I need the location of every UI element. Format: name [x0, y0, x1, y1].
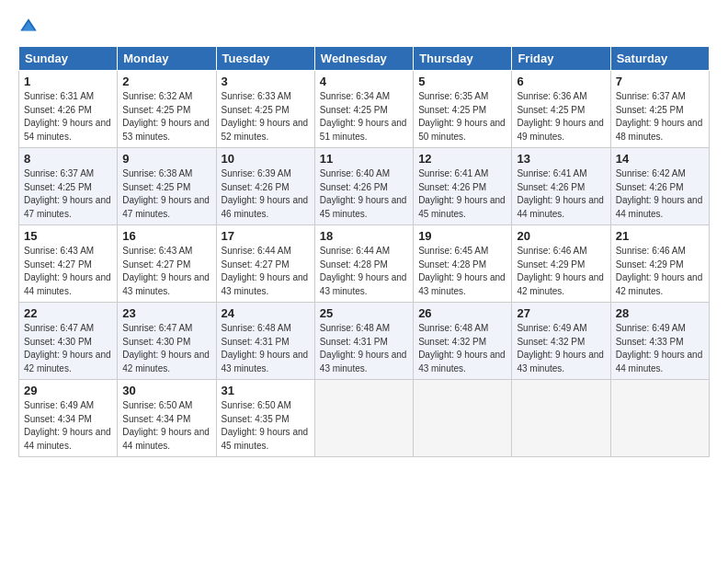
day-cell: 11Sunrise: 6:40 AMSunset: 4:26 PMDayligh…	[314, 148, 413, 225]
day-info: Sunrise: 6:37 AMSunset: 4:25 PMDaylight:…	[24, 167, 112, 221]
day-info: Sunrise: 6:36 AMSunset: 4:25 PMDaylight:…	[517, 90, 605, 144]
day-cell: 10Sunrise: 6:39 AMSunset: 4:26 PMDayligh…	[216, 148, 314, 225]
day-number: 21	[616, 229, 704, 243]
day-info: Sunrise: 6:43 AMSunset: 4:27 PMDaylight:…	[24, 245, 112, 298]
day-info: Sunrise: 6:32 AMSunset: 4:25 PMDaylight:…	[122, 90, 210, 144]
day-number: 18	[320, 229, 408, 243]
day-cell: 20Sunrise: 6:46 AMSunset: 4:29 PMDayligh…	[512, 225, 610, 303]
weekday-header-thursday: Thursday	[414, 47, 512, 71]
day-info: Sunrise: 6:49 AMSunset: 4:32 PMDaylight:…	[517, 322, 605, 375]
day-cell: 31Sunrise: 6:50 AMSunset: 4:35 PMDayligh…	[216, 380, 314, 457]
day-info: Sunrise: 6:33 AMSunset: 4:25 PMDaylight:…	[222, 90, 310, 144]
day-info: Sunrise: 6:34 AMSunset: 4:25 PMDaylight:…	[320, 90, 408, 144]
day-cell: 14Sunrise: 6:42 AMSunset: 4:26 PMDayligh…	[610, 148, 709, 225]
calendar: SundayMondayTuesdayWednesdayThursdayFrid…	[18, 46, 710, 457]
day-info: Sunrise: 6:31 AMSunset: 4:26 PMDaylight:…	[24, 90, 112, 144]
weekday-header-tuesday: Tuesday	[216, 47, 314, 71]
day-info: Sunrise: 6:48 AMSunset: 4:31 PMDaylight:…	[222, 322, 310, 375]
day-info: Sunrise: 6:43 AMSunset: 4:27 PMDaylight:…	[122, 245, 210, 298]
day-number: 12	[418, 152, 506, 166]
day-cell: 28Sunrise: 6:49 AMSunset: 4:33 PMDayligh…	[610, 303, 709, 380]
day-number: 4	[320, 75, 408, 88]
day-cell: 5Sunrise: 6:35 AMSunset: 4:25 PMDaylight…	[414, 71, 512, 148]
week-row-5: 29Sunrise: 6:49 AMSunset: 4:34 PMDayligh…	[19, 380, 710, 457]
day-number: 10	[222, 152, 310, 166]
logo-icon	[18, 17, 39, 37]
day-number: 17	[222, 229, 310, 243]
day-cell: 30Sunrise: 6:50 AMSunset: 4:34 PMDayligh…	[118, 380, 216, 457]
day-cell: 9Sunrise: 6:38 AMSunset: 4:25 PMDaylight…	[118, 148, 216, 225]
day-number: 20	[517, 229, 605, 243]
day-number: 16	[122, 229, 210, 243]
day-info: Sunrise: 6:49 AMSunset: 4:34 PMDaylight:…	[24, 399, 112, 453]
day-cell: 4Sunrise: 6:34 AMSunset: 4:25 PMDaylight…	[314, 71, 413, 148]
day-info: Sunrise: 6:41 AMSunset: 4:26 PMDaylight:…	[418, 167, 506, 221]
weekday-header-monday: Monday	[118, 47, 216, 71]
day-info: Sunrise: 6:47 AMSunset: 4:30 PMDaylight:…	[122, 322, 210, 375]
day-number: 11	[320, 152, 408, 166]
day-info: Sunrise: 6:35 AMSunset: 4:25 PMDaylight:…	[418, 90, 506, 144]
day-cell: 16Sunrise: 6:43 AMSunset: 4:27 PMDayligh…	[118, 225, 216, 303]
day-number: 22	[24, 306, 112, 320]
day-cell	[414, 380, 512, 457]
day-number: 2	[122, 75, 210, 88]
week-row-3: 15Sunrise: 6:43 AMSunset: 4:27 PMDayligh…	[19, 225, 710, 303]
day-number: 1	[24, 75, 112, 88]
day-info: Sunrise: 6:41 AMSunset: 4:26 PMDaylight:…	[517, 167, 605, 221]
day-cell: 23Sunrise: 6:47 AMSunset: 4:30 PMDayligh…	[118, 303, 216, 380]
day-info: Sunrise: 6:48 AMSunset: 4:32 PMDaylight:…	[418, 322, 506, 375]
day-number: 3	[222, 75, 310, 88]
day-info: Sunrise: 6:49 AMSunset: 4:33 PMDaylight:…	[616, 322, 704, 375]
day-info: Sunrise: 6:42 AMSunset: 4:26 PMDaylight:…	[616, 167, 704, 221]
day-info: Sunrise: 6:44 AMSunset: 4:28 PMDaylight:…	[320, 245, 408, 298]
week-row-1: 1Sunrise: 6:31 AMSunset: 4:26 PMDaylight…	[19, 71, 710, 148]
day-number: 27	[517, 306, 605, 320]
day-cell: 6Sunrise: 6:36 AMSunset: 4:25 PMDaylight…	[512, 71, 610, 148]
day-cell: 17Sunrise: 6:44 AMSunset: 4:27 PMDayligh…	[216, 225, 314, 303]
day-info: Sunrise: 6:46 AMSunset: 4:29 PMDaylight:…	[517, 245, 605, 298]
day-number: 6	[517, 75, 605, 88]
day-info: Sunrise: 6:39 AMSunset: 4:26 PMDaylight:…	[222, 167, 310, 221]
weekday-header-wednesday: Wednesday	[314, 47, 413, 71]
day-cell: 26Sunrise: 6:48 AMSunset: 4:32 PMDayligh…	[414, 303, 512, 380]
day-info: Sunrise: 6:47 AMSunset: 4:30 PMDaylight:…	[24, 322, 112, 375]
day-info: Sunrise: 6:38 AMSunset: 4:25 PMDaylight:…	[122, 167, 210, 221]
day-number: 28	[616, 306, 704, 320]
day-number: 9	[122, 152, 210, 166]
day-number: 19	[418, 229, 506, 243]
day-number: 29	[24, 384, 112, 397]
day-cell: 2Sunrise: 6:32 AMSunset: 4:25 PMDaylight…	[118, 71, 216, 148]
day-cell	[512, 380, 610, 457]
day-cell: 22Sunrise: 6:47 AMSunset: 4:30 PMDayligh…	[19, 303, 118, 380]
day-info: Sunrise: 6:50 AMSunset: 4:34 PMDaylight:…	[122, 399, 210, 453]
day-number: 31	[222, 384, 310, 397]
header	[18, 17, 710, 37]
day-cell: 29Sunrise: 6:49 AMSunset: 4:34 PMDayligh…	[19, 380, 118, 457]
day-cell: 25Sunrise: 6:48 AMSunset: 4:31 PMDayligh…	[314, 303, 413, 380]
day-info: Sunrise: 6:37 AMSunset: 4:25 PMDaylight:…	[616, 90, 704, 144]
day-info: Sunrise: 6:50 AMSunset: 4:35 PMDaylight:…	[222, 399, 310, 453]
day-cell: 8Sunrise: 6:37 AMSunset: 4:25 PMDaylight…	[19, 148, 118, 225]
day-cell: 12Sunrise: 6:41 AMSunset: 4:26 PMDayligh…	[414, 148, 512, 225]
weekday-header-sunday: Sunday	[19, 47, 118, 71]
day-cell: 15Sunrise: 6:43 AMSunset: 4:27 PMDayligh…	[19, 225, 118, 303]
day-info: Sunrise: 6:48 AMSunset: 4:31 PMDaylight:…	[320, 322, 408, 375]
weekday-header-row: SundayMondayTuesdayWednesdayThursdayFrid…	[19, 47, 710, 71]
day-info: Sunrise: 6:45 AMSunset: 4:28 PMDaylight:…	[418, 245, 506, 298]
day-number: 26	[418, 306, 506, 320]
day-cell: 24Sunrise: 6:48 AMSunset: 4:31 PMDayligh…	[216, 303, 314, 380]
week-row-2: 8Sunrise: 6:37 AMSunset: 4:25 PMDaylight…	[19, 148, 710, 225]
day-cell	[610, 380, 709, 457]
day-number: 5	[418, 75, 506, 88]
day-cell: 3Sunrise: 6:33 AMSunset: 4:25 PMDaylight…	[216, 71, 314, 148]
weekday-header-friday: Friday	[512, 47, 610, 71]
day-number: 8	[24, 152, 112, 166]
page: SundayMondayTuesdayWednesdayThursdayFrid…	[0, 0, 728, 563]
day-number: 24	[222, 306, 310, 320]
day-number: 13	[517, 152, 605, 166]
day-number: 25	[320, 306, 408, 320]
day-info: Sunrise: 6:40 AMSunset: 4:26 PMDaylight:…	[320, 167, 408, 221]
day-cell: 27Sunrise: 6:49 AMSunset: 4:32 PMDayligh…	[512, 303, 610, 380]
day-number: 15	[24, 229, 112, 243]
day-number: 14	[616, 152, 704, 166]
